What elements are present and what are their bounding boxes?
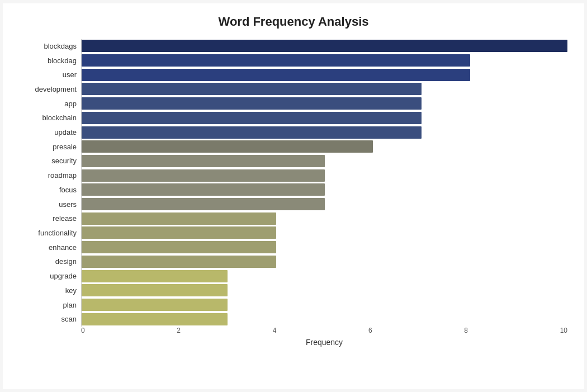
bar-scan xyxy=(82,313,228,325)
y-label-blockchain: blockchain xyxy=(42,111,77,125)
y-label-focus: focus xyxy=(59,183,77,197)
chart-area: blockdagsblockdaguserdevelopmentappblock… xyxy=(20,39,567,347)
y-label-users: users xyxy=(59,197,77,211)
bar-row xyxy=(82,139,567,154)
x-tick: 4 xyxy=(273,327,277,334)
bars-wrapper: blockdagsblockdaguserdevelopmentappblock… xyxy=(20,39,567,327)
x-tick: 6 xyxy=(368,327,372,334)
bar-blockdags xyxy=(82,40,567,52)
y-label-roadmap: roadmap xyxy=(48,168,77,183)
bar-row xyxy=(82,312,567,327)
bar-blockchain xyxy=(82,112,422,124)
y-label-development: development xyxy=(35,82,77,97)
x-tick: 2 xyxy=(177,327,181,334)
bar-row xyxy=(82,283,567,297)
x-tick: 0 xyxy=(81,327,85,334)
bar-update xyxy=(82,126,422,139)
y-labels: blockdagsblockdaguserdevelopmentappblock… xyxy=(20,39,81,327)
x-ticks: 0246810 xyxy=(81,327,567,334)
y-label-user: user xyxy=(63,68,77,82)
bar-row xyxy=(82,197,567,211)
bar-development xyxy=(82,83,422,95)
y-label-app: app xyxy=(64,96,77,111)
bar-functionality xyxy=(82,226,276,239)
bar-enhance xyxy=(82,241,276,253)
bar-plan xyxy=(82,299,228,311)
bar-row xyxy=(82,96,567,111)
y-label-upgrade: upgrade xyxy=(50,269,77,284)
bar-row xyxy=(82,269,567,284)
bar-security xyxy=(82,155,325,167)
y-label-functionality: functionality xyxy=(38,226,77,240)
x-tick: 10 xyxy=(560,327,567,334)
bar-row xyxy=(82,183,567,197)
bar-focus xyxy=(82,183,325,196)
bar-presale xyxy=(82,140,373,153)
bar-row xyxy=(82,125,567,140)
bar-row xyxy=(82,82,567,97)
bar-user xyxy=(82,69,470,81)
y-label-design: design xyxy=(55,254,77,269)
bar-row xyxy=(82,211,567,226)
bar-row xyxy=(82,154,567,168)
bars-plot xyxy=(81,39,567,327)
bar-row xyxy=(82,226,567,240)
bar-row xyxy=(82,68,567,82)
x-axis-label: Frequency xyxy=(81,338,567,347)
bar-row xyxy=(82,53,567,68)
y-label-presale: presale xyxy=(53,139,77,154)
y-label-update: update xyxy=(54,125,77,140)
bar-row xyxy=(82,254,567,269)
bar-row xyxy=(82,168,567,183)
y-label-enhance: enhance xyxy=(49,240,77,254)
y-label-release: release xyxy=(53,211,77,226)
bar-users xyxy=(82,198,325,210)
y-label-security: security xyxy=(51,154,77,168)
chart-container: Word Frequency Analysis blockdagsblockda… xyxy=(3,3,584,389)
bar-app xyxy=(82,97,422,110)
bar-upgrade xyxy=(82,270,228,282)
y-label-blockdag: blockdag xyxy=(48,53,77,68)
bar-row xyxy=(82,39,567,54)
bar-blockdag xyxy=(82,54,470,67)
chart-title: Word Frequency Analysis xyxy=(20,15,567,29)
y-label-blockdags: blockdags xyxy=(44,39,77,54)
bar-key xyxy=(82,284,228,296)
bar-design xyxy=(82,256,276,268)
x-tick: 8 xyxy=(464,327,468,334)
bar-row xyxy=(82,297,567,312)
bar-roadmap xyxy=(82,169,325,182)
x-axis: 0246810 Frequency xyxy=(81,327,567,347)
y-label-scan: scan xyxy=(61,312,77,327)
bar-row xyxy=(82,111,567,125)
y-label-plan: plan xyxy=(63,297,77,312)
bar-row xyxy=(82,240,567,254)
y-label-key: key xyxy=(65,283,77,297)
bar-release xyxy=(82,212,276,225)
